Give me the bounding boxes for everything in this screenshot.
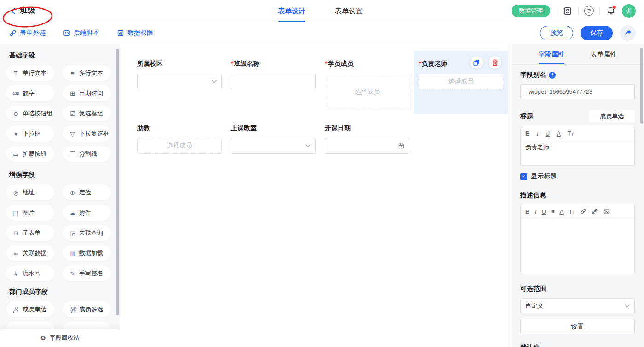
field-lead-teacher-selected[interactable]: 负责老师 选择成员	[414, 51, 508, 114]
classroom-select[interactable]	[231, 138, 316, 154]
description-editor-content[interactable]	[521, 218, 634, 273]
preview-button[interactable]: 预览	[540, 26, 573, 40]
field-item-signature[interactable]: ✎手写签名	[63, 266, 111, 281]
help-icon[interactable]: ?	[584, 6, 594, 16]
sidebar-scrollbar[interactable]	[116, 49, 119, 315]
calendar-icon	[398, 142, 405, 149]
field-item-multi-dropdown[interactable]: ▽下拉复选框	[63, 126, 111, 142]
contacts-icon[interactable]	[562, 6, 573, 17]
show-title-checkbox[interactable]: ✓	[520, 173, 527, 180]
field-campus[interactable]: 所属校区	[132, 51, 226, 115]
data-permission-link[interactable]: 数据权限	[117, 29, 153, 37]
start-date-input[interactable]	[325, 138, 409, 154]
underline-icon[interactable]: U	[546, 131, 550, 137]
data-manage-button[interactable]: 数据管理	[512, 5, 550, 17]
remove-link-icon[interactable]	[592, 208, 598, 215]
range-settings-button[interactable]: 设置	[520, 319, 635, 334]
alias-help-icon[interactable]: ?	[549, 72, 556, 79]
back-button[interactable]: 班级	[10, 6, 35, 16]
field-item-dropdown[interactable]: ▾下拉框	[6, 126, 54, 142]
font-size-icon[interactable]: TT	[569, 209, 575, 215]
enhanced-fields-grid: ◎地址 ⊕定位 ▤图片 ☁附件 ⊟子表单 ◲关联查询 ∞关联数据 ▥数据加载 #…	[6, 185, 113, 281]
font-color-icon[interactable]: A	[560, 209, 564, 215]
form-external-link[interactable]: 表单外链	[9, 29, 46, 37]
address-icon: ◎	[12, 189, 19, 196]
italic-icon[interactable]: I	[535, 209, 536, 215]
notification-bell-icon[interactable]	[605, 6, 616, 17]
field-item-member-multi[interactable]: 成员多选	[63, 301, 111, 317]
font-size-icon[interactable]: TT	[568, 131, 574, 137]
title-row: 标题 成员单选	[520, 110, 635, 122]
field-item-datetime[interactable]: ⊞日期时间	[63, 85, 111, 101]
bold-icon[interactable]: B	[525, 209, 529, 215]
field-classroom[interactable]: 上课教室	[226, 115, 320, 157]
title-editor[interactable]: B I U A TT 负责老师	[520, 127, 635, 166]
field-item-locate[interactable]: ⊕定位	[63, 185, 111, 200]
field-item-linked-query[interactable]: ◲关联查询	[63, 225, 111, 241]
field-assistant[interactable]: 助教 选择成员	[132, 115, 226, 157]
panel-scrollbar[interactable]	[640, 48, 643, 124]
field-item-single-line-text[interactable]: T单行文本	[6, 65, 54, 81]
field-class-name[interactable]: 班级名称	[226, 51, 320, 115]
alias-input[interactable]	[520, 84, 635, 99]
insert-link-icon[interactable]	[580, 208, 586, 215]
header-left: 班级	[0, 6, 120, 16]
delete-field-button[interactable]	[489, 56, 501, 69]
field-item-serial-number[interactable]: #流水号	[6, 266, 54, 281]
single-line-text-icon: T	[12, 70, 19, 77]
field-item-subform[interactable]: ⊟子表单	[6, 225, 54, 241]
field-student-members[interactable]: 学员成员 选择成员	[320, 51, 414, 115]
campus-select[interactable]	[137, 74, 222, 89]
field-item-divider[interactable]: 三分割线	[63, 146, 111, 162]
underline-icon[interactable]: U	[542, 209, 546, 215]
field-item-linked-data[interactable]: ∞关联数据	[6, 245, 54, 261]
field-actions	[470, 56, 501, 69]
toolbar-links: 表单外链 后端脚本 数据权限	[9, 29, 153, 37]
field-start-date[interactable]: 开课日期	[320, 115, 414, 157]
description-editor[interactable]: B I U ≡ A TT	[520, 205, 635, 273]
alias-label-row: 字段别名 ?	[520, 70, 635, 80]
lead-teacher-picker[interactable]: 选择成员	[419, 74, 503, 89]
save-button[interactable]: 保存	[581, 26, 613, 40]
field-item-multi-line-text[interactable]: ≡多行文本	[63, 65, 111, 81]
copy-field-button[interactable]	[470, 56, 483, 69]
title-editor-content[interactable]: 负责老师	[521, 140, 634, 165]
field-item-image[interactable]: ▤图片	[6, 205, 54, 221]
tab-form-design[interactable]: 表单设计	[278, 0, 305, 22]
align-icon[interactable]: ≡	[551, 209, 555, 215]
class-name-input[interactable]	[231, 74, 316, 89]
serial-number-icon: #	[12, 270, 19, 277]
form-canvas[interactable]: 所属校区 班级名称 学员成员 选择成员 负责老师 选择成员	[120, 44, 511, 347]
field-item-member-single[interactable]: 成员单选	[6, 301, 54, 317]
field-item-checkbox-group[interactable]: ☑复选框组	[63, 106, 111, 121]
field-item-extend-button[interactable]: ▭扩展按钮	[6, 146, 54, 162]
student-member-picker[interactable]: 选择成员	[325, 74, 409, 110]
basic-fields-grid: T单行文本 ≡多行文本 123数字 ⊞日期时间 ⊙单选按钮组 ☑复选框组 ▾下拉…	[6, 65, 113, 162]
tab-form-properties[interactable]: 表单属性	[591, 44, 617, 64]
field-item-radio-group[interactable]: ⊙单选按钮组	[6, 106, 54, 121]
range-select[interactable]: 自定义	[520, 298, 635, 313]
field-item-attachment[interactable]: ☁附件	[63, 205, 111, 221]
field-item-address[interactable]: ◎地址	[6, 185, 54, 200]
data-load-icon: ▥	[69, 250, 76, 257]
italic-icon[interactable]: I	[536, 131, 538, 137]
font-color-icon[interactable]: A	[557, 131, 561, 137]
tab-form-settings[interactable]: 表单设置	[335, 0, 362, 22]
member-picker-placeholder: 选择成员	[448, 77, 474, 85]
field-recycle-bin[interactable]: ♻ 字段回收站	[0, 329, 120, 347]
divider	[578, 7, 579, 15]
field-label: 负责老师	[421, 60, 447, 67]
avatar[interactable]: 训	[622, 4, 636, 18]
backend-script-link[interactable]: 后端脚本	[63, 29, 99, 37]
multi-line-text-icon: ≡	[69, 70, 76, 77]
assistant-picker[interactable]: 选择成员	[137, 138, 222, 154]
insert-image-icon[interactable]	[603, 208, 610, 215]
bold-icon[interactable]: B	[525, 131, 529, 137]
tab-field-properties[interactable]: 字段属性	[539, 44, 564, 64]
field-item-data-load[interactable]: ▥数据加载	[63, 245, 111, 261]
range-select-value: 自定义	[525, 302, 543, 310]
member-picker-placeholder: 选择成员	[167, 142, 192, 150]
toolbar-link-label: 表单外链	[20, 29, 46, 37]
share-button[interactable]	[620, 25, 636, 41]
field-item-number[interactable]: 123数字	[6, 85, 54, 101]
